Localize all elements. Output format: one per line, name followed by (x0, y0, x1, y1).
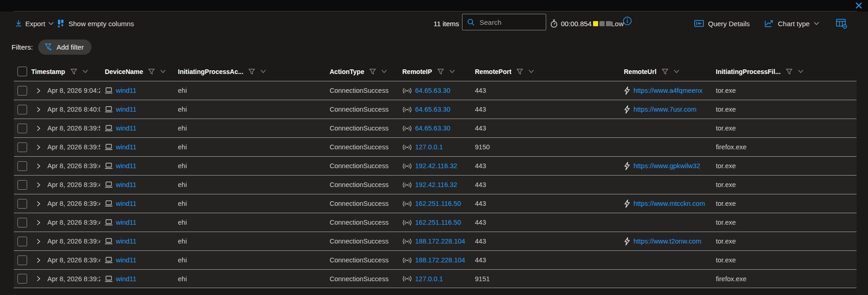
remote-ip-link[interactable]: 127.0.0.1 (415, 143, 443, 151)
filter-icon[interactable] (437, 68, 444, 75)
device-link[interactable]: wind11 (116, 181, 137, 188)
device-link[interactable]: wind11 (116, 125, 137, 132)
column-header-port[interactable]: RemotePort (475, 62, 624, 81)
device-link[interactable]: wind11 (116, 143, 137, 151)
remote-ip-link[interactable]: 192.42.116.32 (415, 181, 457, 188)
remote-ip-link[interactable]: 64.65.63.30 (415, 125, 451, 132)
elapsed-time: 00:00.854 (561, 20, 592, 28)
row-checkbox[interactable] (17, 105, 27, 114)
row-checkbox[interactable] (17, 237, 27, 246)
row-checkbox[interactable] (17, 86, 27, 96)
row-expander-icon[interactable] (31, 125, 47, 131)
row-checkbox[interactable] (17, 161, 27, 171)
remote-ip-link[interactable]: 188.172.228.104 (415, 256, 465, 264)
remote-url-link[interactable]: https://www.7usr.com (634, 106, 697, 113)
action-type: ConnectionSuccess (330, 194, 402, 213)
timestamp-value: Apr 8, 2026 9:04:22 PM (47, 87, 100, 94)
query-details-button[interactable]: Query Details (694, 16, 750, 31)
device-link[interactable]: wind11 (116, 200, 137, 207)
remote-url-link[interactable]: https://www.a4fqmeenx (634, 87, 702, 94)
device-link[interactable]: wind11 (116, 238, 137, 245)
remote-ip-link[interactable]: 188.172.228.104 (415, 238, 465, 245)
chevron-down-icon[interactable] (528, 69, 534, 74)
row-expander-icon[interactable] (31, 238, 47, 244)
row-expander-icon[interactable] (31, 107, 47, 113)
row-checkbox[interactable] (17, 274, 27, 284)
filter-icon[interactable] (662, 68, 668, 75)
row-checkbox[interactable] (17, 255, 27, 265)
device-link[interactable]: wind11 (116, 219, 137, 226)
remote-ip-link[interactable]: 64.65.63.30 (415, 106, 451, 113)
remote-ip-link[interactable]: 64.65.63.30 (415, 87, 451, 94)
filter-icon[interactable] (148, 68, 155, 75)
timestamp-value: Apr 8, 2026 8:39:48 PM (47, 162, 100, 170)
column-header-url[interactable]: RemoteUrl (624, 62, 716, 81)
search-box[interactable] (462, 14, 546, 30)
row-expander-icon[interactable] (31, 276, 47, 282)
device-icon (105, 219, 113, 226)
row-expander-icon[interactable] (31, 88, 47, 94)
row-checkbox[interactable] (17, 199, 27, 209)
filter-icon[interactable] (516, 68, 523, 75)
select-all-checkbox[interactable] (17, 67, 27, 76)
action-type: ConnectionSuccess (330, 81, 402, 100)
chevron-down-icon[interactable] (449, 69, 455, 74)
filter-icon[interactable] (369, 68, 376, 75)
query-timer: 00:00.854 (550, 16, 592, 31)
add-filter-button[interactable]: Add filter (38, 40, 91, 55)
remote-ip-icon (402, 257, 412, 263)
remote-url-link[interactable]: https://www.mtcckn.com (634, 200, 705, 207)
row-checkbox[interactable] (17, 180, 27, 190)
row-expander-icon[interactable] (31, 201, 47, 207)
remote-url-link[interactable]: https://www.gpkwilw32 (634, 162, 700, 170)
column-header-account[interactable]: InitiatingProcessAc... (178, 62, 330, 81)
column-header-file[interactable]: InitiatingProcessFil... (716, 62, 857, 81)
row-checkbox[interactable] (17, 218, 27, 227)
device-link[interactable]: wind11 (116, 256, 137, 264)
row-checkbox[interactable] (17, 124, 27, 133)
chart-type-button[interactable]: Chart type (765, 16, 819, 31)
device-icon (105, 163, 113, 169)
chevron-down-icon[interactable] (798, 69, 804, 74)
column-header-device[interactable]: DeviceName (105, 62, 178, 81)
remote-ip-icon (402, 276, 412, 282)
column-header-ip[interactable]: RemoteIP (402, 62, 475, 81)
initiating-process-account: ehi (178, 194, 330, 213)
chevron-down-icon[interactable] (381, 69, 387, 74)
device-link[interactable]: wind11 (116, 162, 137, 170)
device-link[interactable]: wind11 (116, 106, 137, 113)
remote-ip-link[interactable]: 162.251.116.50 (415, 200, 461, 207)
close-icon[interactable] (854, 1, 863, 10)
chevron-down-icon[interactable] (674, 69, 680, 74)
remote-ip-link[interactable]: 192.42.116.32 (415, 162, 457, 170)
device-link[interactable]: wind11 (116, 275, 137, 283)
device-link[interactable]: wind11 (116, 87, 137, 94)
chevron-down-icon[interactable] (160, 69, 166, 74)
column-header-action[interactable]: ActionType (330, 62, 402, 81)
filter-icon[interactable] (248, 68, 255, 75)
row-checkbox[interactable] (17, 142, 27, 152)
chevron-down-icon[interactable] (260, 69, 266, 74)
remote-url-link[interactable]: https://www.t2onw.com (634, 238, 701, 245)
remote-ip-link[interactable]: 162.251.116.50 (415, 219, 461, 226)
remote-port: 443 (475, 194, 624, 213)
column-settings-button[interactable] (836, 16, 847, 31)
row-expander-icon[interactable] (31, 144, 47, 150)
initiating-process-account: ehi (178, 119, 330, 137)
initiating-process-file: tor.exe (716, 194, 857, 213)
show-empty-columns-button[interactable]: Show empty columns (57, 16, 134, 31)
filter-icon[interactable] (786, 68, 793, 75)
info-icon[interactable] (622, 13, 632, 28)
chevron-down-icon[interactable] (82, 69, 88, 74)
row-expander-icon[interactable] (31, 220, 47, 226)
row-expander-icon[interactable] (31, 257, 47, 263)
column-header-ts[interactable]: Timestamp (31, 62, 105, 81)
row-expander-icon[interactable] (31, 163, 47, 169)
remote-ip-link[interactable]: 127.0.0.1 (415, 275, 443, 283)
export-button[interactable]: Export (15, 16, 54, 31)
search-input[interactable] (479, 18, 541, 27)
top-strip (0, 0, 868, 11)
filter-icon[interactable] (70, 68, 77, 75)
remote-url-icon (624, 86, 630, 95)
row-expander-icon[interactable] (31, 182, 47, 188)
